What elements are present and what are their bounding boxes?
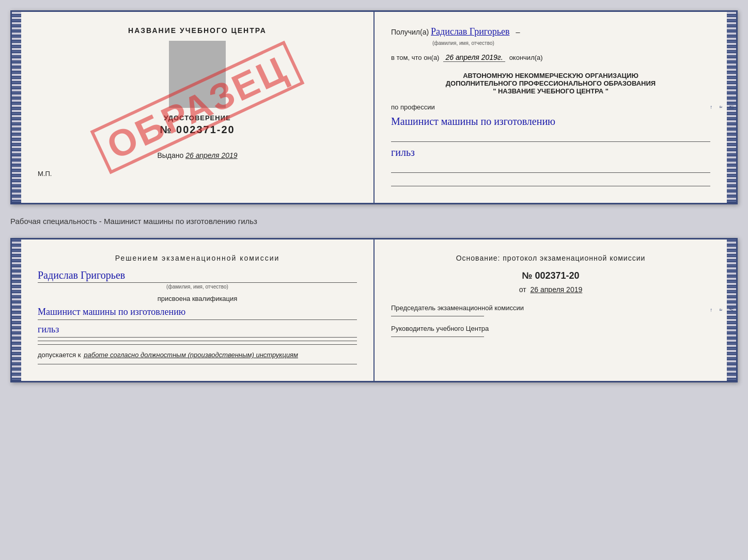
bottom-document: Решением экзаменационной комиссии Радисл…	[10, 238, 738, 382]
decision-text: Решением экзаменационной комиссии	[38, 254, 357, 262]
cert-label: УДОСТОВЕРЕНИЕ	[38, 114, 357, 122]
allowed-text: работе согласно должностным (производств…	[84, 351, 298, 359]
person-sub: (фамилия, имя, отчество)	[38, 284, 357, 290]
received-label: Получил(а)	[391, 28, 429, 36]
bottom-left-decoration	[12, 239, 21, 381]
left-decoration	[12, 12, 21, 203]
underline1	[391, 131, 710, 142]
director-signature-line	[391, 337, 484, 337]
bottom-doc-left: Решением экзаменационной комиссии Радисл…	[21, 239, 375, 381]
name-underline	[38, 282, 357, 283]
between-label: Рабочая специальность - Машинист машины …	[10, 213, 738, 230]
allowed-label: допускается к	[38, 351, 81, 359]
basis-label: Основание: протокол экзаменационной коми…	[391, 254, 710, 262]
cert-number: № 002371-20	[38, 124, 357, 136]
date-from: от 26 апреля 2019	[391, 285, 710, 294]
top-doc-title: НАЗВАНИЕ УЧЕБНОГО ЦЕНТРА	[38, 26, 357, 35]
qual-text1: Машинист машины по изготовлению	[38, 306, 357, 318]
bottom-date-value: 26 апреля 2019	[531, 285, 583, 294]
underline2	[391, 162, 710, 173]
bottom-right-edge: И а ←	[718, 239, 725, 381]
qual-text2: гильз	[38, 323, 357, 336]
director-section: Руководитель учебного Центра	[391, 325, 710, 337]
allowed-section: допускается к работе согласно должностны…	[38, 351, 357, 362]
profession-text2: гильз	[391, 145, 710, 159]
qual-underline3	[38, 341, 357, 341]
issued-line: Выдано 26 апреля 2019	[38, 151, 357, 159]
profession-label: по профессии	[391, 103, 710, 111]
person-name: Радислав Григорьев	[38, 269, 357, 281]
date-section: в том, что он(а) 26 апреля 2019г. окончи…	[391, 53, 710, 65]
bottom-doc-right: Основание: протокол экзаменационной коми…	[375, 239, 727, 381]
protocol-number: № 002371-20	[391, 270, 710, 281]
receiver-section: Получил(а) Радислав Григорьев –	[391, 26, 710, 37]
date-value: 26 апреля 2019г.	[443, 53, 505, 62]
qualification-label: присвоена квалификация	[38, 295, 357, 302]
right-edge: И а ←	[718, 12, 725, 203]
qual-underline2	[38, 337, 357, 338]
receiver-sub: (фамилия, имя, отчество)	[432, 40, 710, 46]
director-label: Руководитель учебного Центра	[391, 325, 710, 332]
chairman-label: Председатель экзаменационной комиссии	[391, 304, 710, 312]
mp-label: М.П.	[38, 170, 357, 178]
allowed-underline	[38, 364, 357, 364]
profession-text1: Машинист машины по изготовлению	[391, 114, 710, 129]
issued-date: 26 апреля 2019	[185, 151, 237, 159]
finished-label: окончил(а)	[509, 54, 543, 61]
top-document: НАЗВАНИЕ УЧЕБНОГО ЦЕНТРА УДОСТОВЕРЕНИЕ №…	[10, 10, 738, 204]
issued-text: Выдано	[157, 151, 183, 159]
org-line1: АВТОНОМНУЮ НЕКОММЕРЧЕСКУЮ ОРГАНИЗАЦИЮ ДО…	[391, 72, 710, 95]
underline3	[391, 175, 710, 186]
date-prefix: от	[519, 285, 526, 294]
chairman-signature-line	[391, 316, 484, 316]
date-label: в том, что он(а)	[391, 54, 439, 61]
dash: –	[516, 27, 520, 36]
profession-section: по профессии Машинист машины по изготовл…	[391, 103, 710, 186]
top-doc-right: Получил(а) Радислав Григорьев – (фамилия…	[375, 12, 727, 203]
chairman-section: Председатель экзаменационной комиссии	[391, 304, 710, 316]
top-doc-left: НАЗВАНИЕ УЧЕБНОГО ЦЕНТРА УДОСТОВЕРЕНИЕ №…	[21, 12, 375, 203]
receiver-name: Радислав Григорьев	[431, 26, 509, 37]
qual-underline4	[38, 344, 357, 345]
photo-placeholder	[169, 41, 226, 108]
qual-underline1	[38, 319, 357, 320]
person-section: Радислав Григорьев	[38, 269, 357, 281]
